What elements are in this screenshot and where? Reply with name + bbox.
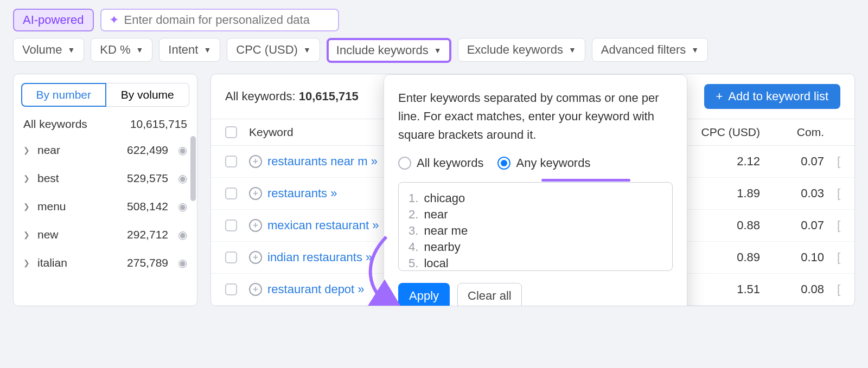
radio-any-label: Any keywords — [516, 156, 590, 170]
clear-all-button[interactable]: Clear all — [457, 283, 522, 306]
chevrons-right-icon: » — [366, 250, 371, 264]
keyword-link[interactable]: indian restaurants » — [267, 250, 371, 264]
sidebar-item-name: near — [37, 144, 120, 157]
sidebar-item-count: 275,789 — [127, 256, 168, 269]
chevron-down-icon: ▼ — [67, 46, 75, 54]
com-value: 0.07 — [770, 218, 824, 233]
filter-intent[interactable]: Intent▼ — [159, 38, 220, 62]
eye-icon[interactable]: ◉ — [178, 256, 187, 269]
add-keyword-icon[interactable]: + — [249, 219, 262, 232]
row-more: [ — [824, 186, 840, 201]
sidebar-item-name: menu — [37, 200, 120, 213]
chevrons-right-icon: » — [372, 218, 378, 232]
row-checkbox[interactable] — [225, 283, 237, 295]
filter-advanced[interactable]: Advanced filters▼ — [592, 38, 708, 62]
sidebar-item[interactable]: ❯ menu 508,142 ◉ — [14, 192, 197, 221]
filter-exclude-keywords[interactable]: Exclude keywords▼ — [458, 38, 585, 62]
row-checkbox[interactable] — [225, 156, 237, 167]
chevrons-right-icon: » — [330, 186, 336, 200]
keyword-link[interactable]: restaurant depot » — [267, 282, 363, 296]
keyword-entry: 3. near me — [409, 223, 662, 239]
sidebar-header: All keywords 10,615,715 — [14, 109, 197, 136]
filter-exclude-label: Exclude keywords — [467, 43, 563, 57]
sidebar-all-count: 10,615,715 — [130, 118, 187, 131]
popover-radio-row: All keywords Any keywords — [398, 156, 673, 170]
row-checkbox[interactable] — [225, 219, 237, 231]
chevron-right-icon: ❯ — [23, 146, 31, 154]
seg-by-number[interactable]: By number — [21, 83, 106, 107]
ai-badge: AI-powered — [13, 9, 94, 31]
filter-volume-label: Volume — [22, 43, 62, 57]
select-all-checkbox[interactable] — [225, 126, 237, 138]
add-to-keyword-list-button[interactable]: + Add to keyword list — [704, 84, 841, 109]
keywords-textarea[interactable]: 1. chicago2. near3. near me4. nearby5. l… — [398, 182, 673, 271]
cpc-value: 1.51 — [683, 282, 770, 296]
radio-all-keywords[interactable]: All keywords — [398, 156, 483, 170]
chevron-down-icon: ▼ — [691, 46, 699, 54]
eye-icon[interactable]: ◉ — [178, 228, 187, 241]
cpc-value: 0.88 — [683, 218, 770, 233]
add-keyword-icon[interactable]: + — [249, 187, 262, 200]
radio-all-label: All keywords — [417, 156, 483, 170]
sidebar-item-count: 622,499 — [127, 144, 168, 157]
chevron-down-icon: ▼ — [203, 46, 211, 54]
eye-icon[interactable]: ◉ — [178, 144, 187, 157]
row-checkbox[interactable] — [225, 251, 237, 263]
popover-actions: Apply Clear all — [398, 283, 673, 306]
sidebar-item[interactable]: ❯ new 292,712 ◉ — [14, 221, 197, 249]
keyword-entry: 1. chicago — [409, 190, 662, 206]
sidebar-item[interactable]: ❯ best 529,575 ◉ — [14, 164, 197, 192]
sparkle-icon: ✦ — [109, 13, 119, 27]
add-keyword-icon[interactable]: + — [249, 283, 262, 296]
sidebar-items: ❯ near 622,499 ◉❯ best 529,575 ◉❯ menu 5… — [14, 136, 197, 277]
col-com[interactable]: Com. — [770, 126, 824, 139]
filter-volume[interactable]: Volume▼ — [13, 38, 84, 62]
seg-by-volume[interactable]: By volume — [106, 83, 190, 107]
sidebar-scrollbar[interactable] — [190, 136, 196, 201]
row-checkbox[interactable] — [225, 188, 237, 199]
keyword-link[interactable]: mexican restaurant » — [267, 218, 378, 233]
filter-kd[interactable]: KD %▼ — [91, 38, 152, 62]
domain-input-wrap[interactable]: ✦ — [100, 9, 339, 31]
filter-include-label: Include keywords — [336, 43, 429, 57]
filter-intent-label: Intent — [168, 43, 198, 57]
chevrons-right-icon: » — [358, 282, 363, 296]
filter-row: Volume▼ KD %▼ Intent▼ CPC (USD)▼ Include… — [0, 38, 868, 74]
com-value: 0.08 — [770, 282, 824, 296]
segment-toggle: By number By volume — [14, 74, 197, 109]
keyword-entry: 2. near — [409, 206, 662, 223]
col-cpc[interactable]: CPC (USD) — [683, 126, 770, 139]
cpc-value: 2.12 — [683, 154, 770, 169]
keyword-link[interactable]: restaurants near m » — [267, 154, 376, 169]
include-keywords-popover: Enter keywords separated by commas or on… — [384, 74, 687, 306]
sidebar-item[interactable]: ❯ italian 275,789 ◉ — [14, 249, 197, 277]
domain-input[interactable] — [124, 13, 330, 27]
radio-any-keywords[interactable]: Any keywords — [497, 156, 590, 170]
chevron-right-icon: ❯ — [23, 230, 31, 239]
apply-button[interactable]: Apply — [398, 283, 450, 306]
all-keywords-label: All keywords: — [225, 89, 296, 103]
sidebar-item-name: italian — [37, 256, 120, 269]
row-more: [ — [824, 282, 840, 296]
radio-icon — [497, 157, 510, 170]
keyword-entry: 4. nearby — [409, 239, 662, 255]
chevron-down-icon: ▼ — [434, 46, 442, 55]
add-keyword-icon[interactable]: + — [249, 155, 262, 168]
add-keyword-icon[interactable]: + — [249, 251, 262, 264]
sidebar-all-label: All keywords — [23, 118, 87, 131]
com-value: 0.07 — [770, 154, 824, 169]
all-keywords-summary: All keywords: 10,615,715 — [225, 89, 359, 104]
filter-cpc[interactable]: CPC (USD)▼ — [227, 38, 320, 62]
filter-advanced-label: Advanced filters — [601, 43, 686, 57]
chevron-right-icon: ❯ — [23, 202, 31, 211]
sidebar-item-name: best — [37, 172, 120, 185]
sidebar-item[interactable]: ❯ near 622,499 ◉ — [14, 136, 197, 164]
annotation-underline — [541, 179, 630, 182]
eye-icon[interactable]: ◉ — [178, 172, 187, 185]
filter-include-keywords[interactable]: Include keywords▼ — [327, 38, 451, 63]
chevron-right-icon: ❯ — [23, 259, 31, 267]
eye-icon[interactable]: ◉ — [178, 200, 187, 213]
keyword-link[interactable]: restaurants » — [267, 186, 336, 201]
all-keywords-count: 10,615,715 — [299, 89, 359, 103]
add-btn-label: Add to keyword list — [728, 89, 828, 104]
